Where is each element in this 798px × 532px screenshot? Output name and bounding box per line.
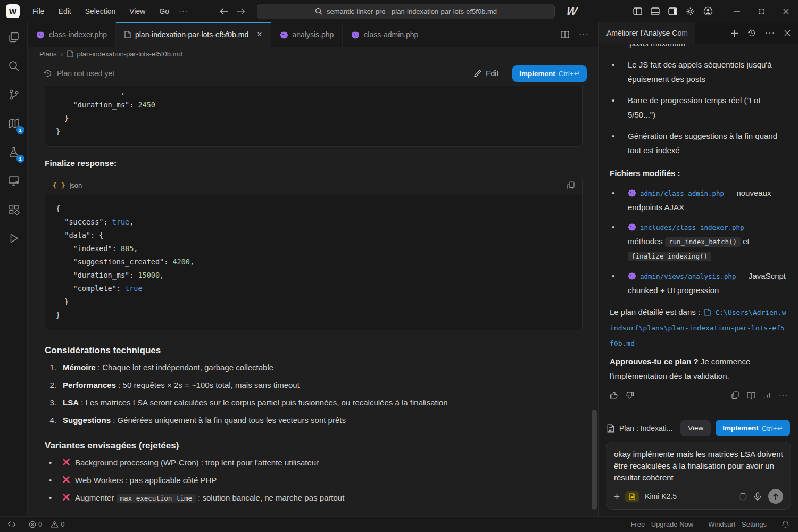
chat-input-box[interactable]: okay implémente mais les matrices LSA do… xyxy=(606,442,791,510)
considerations-list: 1.Mémoire : Chaque lot est indépendant, … xyxy=(45,362,583,426)
implement-label: Implement xyxy=(519,70,555,78)
file-link[interactable]: admin/class-admin.php xyxy=(640,189,724,197)
tab-analysis.php[interactable]: analysis.php xyxy=(271,22,343,47)
consideration-item: 2.Performances : 50 requêtes × 2s = ~100… xyxy=(45,380,583,390)
modified-file-item: •admin/class-admin.php — nouveaux endpoi… xyxy=(610,186,788,214)
more-actions-icon[interactable]: ··· xyxy=(779,390,788,400)
file-link[interactable]: includes/class-indexer.php xyxy=(640,223,744,231)
warning-count: 0 xyxy=(61,520,64,528)
menu-file[interactable]: File xyxy=(27,5,50,18)
split-editor-icon[interactable] xyxy=(561,31,569,38)
run-debug-icon[interactable] xyxy=(5,230,22,247)
clipped-text-line: posts maximum xyxy=(629,44,788,48)
forward-icon[interactable] xyxy=(236,7,245,15)
map-view-icon[interactable]: 1 xyxy=(5,115,22,132)
cascade-footer: Plan : Indexati... View Implement Ctrl+↵… xyxy=(599,412,798,516)
approval-bold: Approuves-tu ce plan ? xyxy=(610,357,699,366)
breadcrumb[interactable]: Plans › plan-indexation-par-lots-ef5f0b.… xyxy=(28,47,598,61)
variantes-heading: Variantes envisagées (rejetées) xyxy=(45,440,583,451)
command-center-search[interactable]: semantic-linker-pro - plan-indexation-pa… xyxy=(257,4,555,19)
plan-chip-file-icon xyxy=(607,424,614,433)
menu-edit[interactable]: Edit xyxy=(53,5,77,18)
windsurf-settings-link[interactable]: Windsurf - Settings xyxy=(708,520,767,528)
approval-question: Approuves-tu ce plan ? Je commence l'imp… xyxy=(610,354,788,383)
editor-more-icon[interactable]: ··· xyxy=(579,30,589,39)
lab-flask-icon[interactable]: 1 xyxy=(5,144,22,161)
warning-icon xyxy=(51,521,59,528)
problems-errors[interactable]: 0 xyxy=(29,520,42,528)
back-icon[interactable] xyxy=(220,7,229,15)
microphone-icon[interactable] xyxy=(754,492,761,501)
breadcrumb-file[interactable]: plan-indexation-par-lots-ef5f0b.md xyxy=(77,50,182,58)
menu-view[interactable]: View xyxy=(124,5,151,18)
thumbs-up-icon[interactable] xyxy=(610,391,618,400)
code-block-partial: , "duration_ms": 2450 } } xyxy=(45,86,583,147)
modified-file-item: •admin/views/analysis.php — JavaScript c… xyxy=(610,269,788,297)
tab-class-admin.php[interactable]: class-admin.php xyxy=(343,22,427,47)
copy-message-icon[interactable] xyxy=(732,391,739,399)
markdown-preview: , "duration_ms": 2450 } } Finalize respo… xyxy=(45,86,583,516)
close-button[interactable] xyxy=(774,0,798,22)
implement-chip-button[interactable]: Implement Ctrl+↵ xyxy=(716,420,790,436)
php-file-icon xyxy=(351,31,360,39)
toggle-left-panel-icon[interactable] xyxy=(633,7,642,15)
settings-gear-icon[interactable] xyxy=(686,7,695,16)
attach-plus-icon[interactable]: + xyxy=(614,492,620,502)
cascade-bullet-item: •Le JS fait des appels séquentiels jusqu… xyxy=(610,57,788,86)
minimize-button[interactable] xyxy=(725,0,749,22)
view-plan-button[interactable]: View xyxy=(680,420,711,436)
thumbs-down-icon[interactable] xyxy=(626,391,634,400)
edit-plan-button[interactable]: Edit xyxy=(473,69,498,78)
breadcrumb-root[interactable]: Plans xyxy=(39,50,57,58)
markdown-file-icon xyxy=(124,31,131,38)
toggle-bottom-panel-icon[interactable] xyxy=(651,7,660,15)
cascade-more-icon[interactable]: ··· xyxy=(765,28,775,38)
menu-selection[interactable]: Selection xyxy=(80,5,121,18)
upgrade-link[interactable]: Free - Upgrade Now xyxy=(630,520,693,528)
open-book-icon[interactable] xyxy=(747,392,755,399)
model-selector[interactable]: Kimi K2.5 xyxy=(645,492,677,501)
model-badge-icon[interactable] xyxy=(625,491,639,502)
explorer-icon[interactable] xyxy=(5,29,22,46)
code-block-json: { } json { "success": true, "data": { "i… xyxy=(45,176,583,330)
braces-icon: { } xyxy=(53,181,65,189)
conversation-history-icon[interactable] xyxy=(747,29,756,37)
cascade-conversation-tab[interactable]: Améliorer l'Analyse Com xyxy=(599,22,695,44)
editor-scrollbar[interactable] xyxy=(592,410,597,510)
considerations-heading: Considérations techniques xyxy=(45,345,583,356)
menu-more-icon[interactable]: ··· xyxy=(174,5,192,18)
implement-plan-button[interactable]: Implement Ctrl+↵ xyxy=(512,65,587,82)
remote-window-icon[interactable] xyxy=(7,521,16,528)
notifications-bell-icon[interactable] xyxy=(782,520,789,529)
history-icon xyxy=(44,69,52,78)
plan-file-icon xyxy=(704,309,711,316)
send-button[interactable] xyxy=(768,489,783,504)
tab-plan-indexation-par-lots-ef5f0b.md[interactable]: plan-indexation-par-lots-ef5f0b.md× xyxy=(116,22,271,47)
new-conversation-icon[interactable] xyxy=(730,29,738,37)
code-language-label: json xyxy=(69,181,82,189)
plan-chip-label[interactable]: Plan : Indexati... xyxy=(619,424,672,433)
toggle-right-panel-icon[interactable] xyxy=(668,7,677,15)
consideration-item: 3.LSA : Les matrices LSA seront calculée… xyxy=(45,397,583,408)
cascade-bullet-list: •Le JS fait des appels séquentiels jusqu… xyxy=(610,57,788,157)
chat-input-text[interactable]: okay implémente mais les matrices LSA do… xyxy=(614,448,783,484)
maximize-button[interactable] xyxy=(749,0,774,22)
problems-warnings[interactable]: 0 xyxy=(51,520,64,528)
copy-code-icon[interactable] xyxy=(567,181,575,189)
tab-class-indexer.php[interactable]: class-indexer.php xyxy=(28,22,116,47)
source-control-icon[interactable] xyxy=(5,86,22,103)
extensions-icon[interactable] xyxy=(5,201,22,218)
search-sidebar-icon[interactable] xyxy=(5,57,22,74)
remote-monitor-icon[interactable] xyxy=(5,172,22,189)
cascade-close-icon[interactable] xyxy=(784,30,791,36)
code-json-pre: { "success": true, "data": { "indexed": … xyxy=(45,195,582,330)
status-bar: 0 0 Free - Upgrade Now Windsurf - Settin… xyxy=(0,516,798,532)
markdown-file-icon xyxy=(67,50,73,57)
bar-chart-icon[interactable] xyxy=(763,392,771,398)
menu-go[interactable]: Go xyxy=(154,5,174,18)
menubar: FileEditSelectionViewGo xyxy=(27,5,174,18)
close-tab-icon[interactable]: × xyxy=(257,30,262,39)
account-icon[interactable] xyxy=(703,6,713,16)
variantes-list: •Background processing (WP-Cron) : trop … xyxy=(45,458,583,504)
file-link[interactable]: admin/views/analysis.php xyxy=(640,272,736,280)
